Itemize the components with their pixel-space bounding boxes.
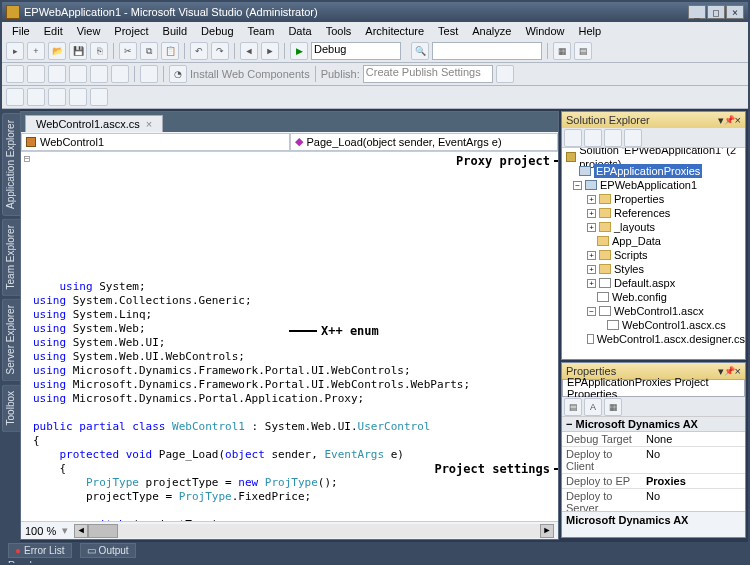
- install-web-label[interactable]: Install Web Components: [190, 68, 310, 80]
- tree-file[interactable]: Web.config: [612, 290, 667, 304]
- scroll-right-icon[interactable]: ►: [540, 524, 554, 538]
- menu-help[interactable]: Help: [573, 24, 608, 38]
- tool-icon[interactable]: [6, 65, 24, 83]
- nav-fwd-icon[interactable]: ►: [261, 42, 279, 60]
- zoom-label[interactable]: 100 %: [25, 525, 56, 537]
- install-web-icon[interactable]: ◔: [169, 65, 187, 83]
- maximize-button[interactable]: □: [707, 5, 725, 19]
- expand-icon[interactable]: +: [587, 209, 596, 218]
- tree-node[interactable]: App_Data: [612, 234, 661, 248]
- prop-value[interactable]: Proxies: [642, 474, 745, 488]
- add-item-icon[interactable]: +: [27, 42, 45, 60]
- tab-team-explorer[interactable]: Team Explorer: [2, 218, 20, 296]
- prop-value[interactable]: No: [642, 447, 745, 473]
- tree-file[interactable]: Default.aspx: [614, 276, 675, 290]
- find-icon[interactable]: 🔍: [411, 42, 429, 60]
- redo-icon[interactable]: ↷: [211, 42, 229, 60]
- view-code-icon[interactable]: [624, 129, 642, 147]
- menu-tools[interactable]: Tools: [320, 24, 358, 38]
- publish-icon[interactable]: [496, 65, 514, 83]
- expand-icon[interactable]: −: [573, 181, 582, 190]
- tool-icon[interactable]: [90, 65, 108, 83]
- expand-icon[interactable]: +: [587, 195, 596, 204]
- tab-server-explorer[interactable]: Server Explorer: [2, 298, 20, 381]
- categorized-icon[interactable]: ▤: [564, 398, 582, 416]
- scroll-left-icon[interactable]: ◄: [74, 524, 88, 538]
- tool-icon[interactable]: [27, 88, 45, 106]
- menu-analyze[interactable]: Analyze: [466, 24, 517, 38]
- tool-icon[interactable]: [48, 65, 66, 83]
- tool-icon[interactable]: [6, 88, 24, 106]
- menu-window[interactable]: Window: [519, 24, 570, 38]
- expand-icon[interactable]: +: [587, 223, 596, 232]
- tool-icon[interactable]: [90, 88, 108, 106]
- code-editor[interactable]: Proxy project X++ enum Project settings …: [21, 152, 558, 521]
- tab-error-list[interactable]: ●Error List: [8, 543, 72, 558]
- tree-node[interactable]: References: [614, 206, 670, 220]
- collapse-icon[interactable]: −: [566, 418, 572, 430]
- menu-view[interactable]: View: [71, 24, 107, 38]
- tool-icon[interactable]: [48, 88, 66, 106]
- tab-toolbox[interactable]: Toolbox: [2, 384, 20, 432]
- paste-icon[interactable]: 📋: [161, 42, 179, 60]
- save-icon[interactable]: 💾: [69, 42, 87, 60]
- tree-file[interactable]: WebControl1.ascx: [614, 304, 704, 318]
- config-combo[interactable]: Debug: [311, 42, 401, 60]
- menu-architecture[interactable]: Architecture: [359, 24, 430, 38]
- close-panel-icon[interactable]: ×: [735, 114, 741, 126]
- tool-icon[interactable]: [69, 88, 87, 106]
- menu-team[interactable]: Team: [242, 24, 281, 38]
- menu-edit[interactable]: Edit: [38, 24, 69, 38]
- member-combo[interactable]: ◆ Page_Load(object sender, EventArgs e): [290, 133, 559, 151]
- property-pages-icon[interactable]: ▦: [604, 398, 622, 416]
- tree-node[interactable]: _layouts: [614, 220, 655, 234]
- menu-test[interactable]: Test: [432, 24, 464, 38]
- pin-icon[interactable]: 📌: [724, 115, 735, 125]
- publish-combo[interactable]: Create Publish Settings: [363, 65, 493, 83]
- tool-icon[interactable]: [27, 65, 45, 83]
- doc-tab-active[interactable]: WebControl1.ascx.cs ×: [25, 115, 163, 132]
- pin-icon[interactable]: 📌: [724, 366, 735, 376]
- tab-output[interactable]: ▭Output: [80, 543, 136, 558]
- project-webapp[interactable]: EPWebApplication1: [600, 178, 697, 192]
- prop-value[interactable]: No: [642, 489, 745, 511]
- tree-node[interactable]: Properties: [614, 192, 664, 206]
- refresh-icon[interactable]: [604, 129, 622, 147]
- save-all-icon[interactable]: ⎘: [90, 42, 108, 60]
- solution-tree[interactable]: Solution 'EPWebApplication1' (2 projects…: [562, 148, 745, 359]
- expand-icon[interactable]: −: [587, 307, 596, 316]
- properties-grid[interactable]: − Microsoft Dynamics AX Debug TargetNone…: [562, 417, 745, 511]
- start-debug-icon[interactable]: ▶: [290, 42, 308, 60]
- tree-node[interactable]: Scripts: [614, 248, 648, 262]
- minimize-button[interactable]: _: [688, 5, 706, 19]
- tool-icon[interactable]: ▦: [553, 42, 571, 60]
- close-button[interactable]: ×: [726, 5, 744, 19]
- tree-node[interactable]: Styles: [614, 262, 644, 276]
- nav-back-icon[interactable]: ◄: [240, 42, 258, 60]
- class-combo[interactable]: WebControl1: [21, 133, 290, 151]
- tool-icon[interactable]: [69, 65, 87, 83]
- expand-icon[interactable]: +: [587, 279, 596, 288]
- menu-project[interactable]: Project: [108, 24, 154, 38]
- tree-file[interactable]: WebControl1.ascx.designer.cs: [597, 332, 745, 346]
- menu-build[interactable]: Build: [157, 24, 193, 38]
- tab-application-explorer[interactable]: Application Explorer: [2, 113, 20, 216]
- open-icon[interactable]: 📂: [48, 42, 66, 60]
- tree-file[interactable]: WebControl1.ascx.cs: [622, 318, 726, 332]
- menu-data[interactable]: Data: [282, 24, 317, 38]
- new-project-icon[interactable]: ▸: [6, 42, 24, 60]
- menu-file[interactable]: File: [6, 24, 36, 38]
- cut-icon[interactable]: ✂: [119, 42, 137, 60]
- tool-icon[interactable]: [111, 65, 129, 83]
- project-proxies[interactable]: EPApplicationProxies: [594, 164, 702, 178]
- prop-value[interactable]: None: [642, 432, 745, 446]
- copy-icon[interactable]: ⧉: [140, 42, 158, 60]
- properties-object-combo[interactable]: EPApplicationProxies Project Properties: [562, 379, 745, 397]
- properties-icon[interactable]: [564, 129, 582, 147]
- undo-icon[interactable]: ↶: [190, 42, 208, 60]
- find-combo[interactable]: [432, 42, 542, 60]
- show-all-icon[interactable]: [584, 129, 602, 147]
- close-tab-icon[interactable]: ×: [146, 118, 152, 130]
- tool-icon[interactable]: ▤: [574, 42, 592, 60]
- expand-icon[interactable]: +: [587, 251, 596, 260]
